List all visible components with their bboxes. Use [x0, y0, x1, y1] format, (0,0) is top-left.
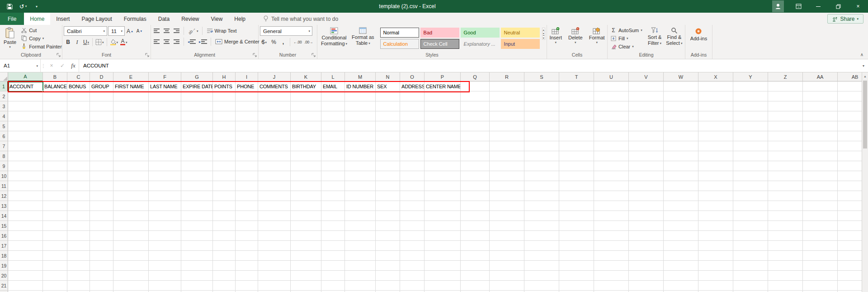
cell-R20[interactable] — [490, 271, 524, 281]
cell-F1[interactable]: LAST NAME — [149, 81, 181, 91]
cell-F6[interactable] — [149, 131, 181, 141]
cell-D4[interactable] — [90, 111, 113, 121]
cell-A4[interactable] — [8, 111, 43, 121]
cell-B10[interactable] — [43, 171, 67, 181]
cell-O7[interactable] — [400, 141, 425, 151]
tab-insert[interactable]: Insert — [50, 13, 75, 25]
cell-O19[interactable] — [400, 261, 425, 271]
cell-E9[interactable] — [113, 161, 149, 171]
cell-Z7[interactable] — [768, 141, 803, 151]
cell-Y11[interactable] — [733, 181, 768, 191]
cell-J13[interactable] — [258, 201, 291, 211]
cell-G10[interactable] — [181, 171, 213, 181]
cell-I11[interactable] — [236, 181, 258, 191]
cell-X15[interactable] — [698, 221, 733, 231]
cell-X12[interactable] — [698, 191, 733, 201]
cell-U7[interactable] — [594, 141, 629, 151]
cell-L15[interactable] — [321, 221, 345, 231]
cell-D2[interactable] — [90, 91, 113, 101]
cell-G9[interactable] — [181, 161, 213, 171]
align-top-button[interactable] — [152, 26, 161, 35]
cell-O6[interactable] — [400, 131, 425, 141]
cell-H17[interactable] — [213, 241, 236, 251]
column-header-B[interactable]: B — [43, 72, 67, 81]
format-painter-button[interactable]: Format Painter — [19, 43, 63, 50]
restore-button[interactable] — [828, 0, 848, 13]
cell-H7[interactable] — [213, 141, 236, 151]
cell-Q18[interactable] — [461, 251, 490, 261]
decrease-font-size-button[interactable]: A▼ — [135, 27, 144, 36]
cell-N6[interactable] — [376, 131, 400, 141]
cell-D12[interactable] — [90, 191, 113, 201]
cell-M4[interactable] — [345, 111, 376, 121]
cell-D13[interactable] — [90, 201, 113, 211]
cell-G14[interactable] — [181, 211, 213, 221]
cell-Z12[interactable] — [768, 191, 803, 201]
cell-B21[interactable] — [43, 281, 67, 291]
cell-P14[interactable] — [425, 211, 461, 221]
row-header-21[interactable]: 21 — [0, 281, 8, 291]
cell-A20[interactable] — [8, 271, 43, 281]
cell-E20[interactable] — [113, 271, 149, 281]
cell-B3[interactable] — [43, 101, 67, 111]
cell-C7[interactable] — [67, 141, 90, 151]
cell-P19[interactable] — [425, 261, 461, 271]
cell-O4[interactable] — [400, 111, 425, 121]
cell-I4[interactable] — [236, 111, 258, 121]
cell-V4[interactable] — [629, 111, 664, 121]
cell-R12[interactable] — [490, 191, 524, 201]
cell-U18[interactable] — [594, 251, 629, 261]
cell-G17[interactable] — [181, 241, 213, 251]
cell-Z5[interactable] — [768, 121, 803, 131]
cell-G1[interactable]: EXPIRE DATE — [181, 81, 213, 91]
cell-H19[interactable] — [213, 261, 236, 271]
cell-P10[interactable] — [425, 171, 461, 181]
cell-J12[interactable] — [258, 191, 291, 201]
cell-I7[interactable] — [236, 141, 258, 151]
column-header-T[interactable]: T — [559, 72, 594, 81]
cell-style-check-cell[interactable]: Check Cell — [420, 39, 459, 49]
paste-button[interactable]: Paste ▾ — [1, 26, 19, 48]
cell-AB13[interactable] — [838, 201, 862, 211]
cell-AB2[interactable] — [838, 91, 862, 101]
cell-D9[interactable] — [90, 161, 113, 171]
cell-N13[interactable] — [376, 201, 400, 211]
cell-I19[interactable] — [236, 261, 258, 271]
cell-K16[interactable] — [291, 231, 321, 241]
cell-F15[interactable] — [149, 221, 181, 231]
cell-T5[interactable] — [559, 121, 594, 131]
cell-K21[interactable] — [291, 281, 321, 291]
cell-C18[interactable] — [67, 251, 90, 261]
cell-W8[interactable] — [664, 151, 698, 161]
cell-E5[interactable] — [113, 121, 149, 131]
user-avatar[interactable] — [772, 0, 784, 12]
row-header-14[interactable]: 14 — [0, 211, 8, 221]
cell-O5[interactable] — [400, 121, 425, 131]
cell-R19[interactable] — [490, 261, 524, 271]
cell-P5[interactable] — [425, 121, 461, 131]
cell-T20[interactable] — [559, 271, 594, 281]
cell-X6[interactable] — [698, 131, 733, 141]
cell-Q8[interactable] — [461, 151, 490, 161]
cell-N21[interactable] — [376, 281, 400, 291]
cell-S1[interactable] — [524, 81, 559, 91]
cell-O10[interactable] — [400, 171, 425, 181]
cell-T13[interactable] — [559, 201, 594, 211]
cell-B18[interactable] — [43, 251, 67, 261]
cell-N5[interactable] — [376, 121, 400, 131]
cell-I8[interactable] — [236, 151, 258, 161]
cell-S7[interactable] — [524, 141, 559, 151]
cell-R21[interactable] — [490, 281, 524, 291]
cell-E16[interactable] — [113, 231, 149, 241]
cell-P7[interactable] — [425, 141, 461, 151]
cell-C13[interactable] — [67, 201, 90, 211]
cell-N20[interactable] — [376, 271, 400, 281]
align-left-button[interactable] — [152, 37, 161, 46]
cell-E13[interactable] — [113, 201, 149, 211]
fill-button[interactable]: Fill▾ — [609, 34, 644, 42]
cell-W9[interactable] — [664, 161, 698, 171]
cell-G19[interactable] — [181, 261, 213, 271]
cell-H10[interactable] — [213, 171, 236, 181]
cell-F18[interactable] — [149, 251, 181, 261]
cell-E6[interactable] — [113, 131, 149, 141]
